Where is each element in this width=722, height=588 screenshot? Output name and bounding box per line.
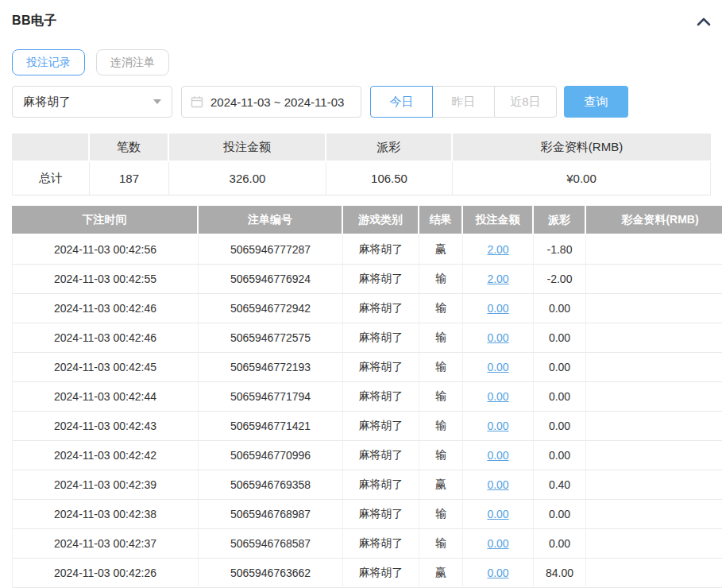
bet-id-cell: 5065946772942	[199, 294, 343, 323]
bet-amount-link[interactable]: 2.00	[487, 273, 508, 285]
jackpot-cell	[586, 412, 722, 441]
game-type-cell: 麻将胡了	[343, 412, 419, 441]
result-cell: 赢	[419, 470, 463, 500]
game-type-cell: 麻将胡了	[343, 500, 419, 529]
date-range-value: 2024-11-03 ~ 2024-11-03	[210, 95, 344, 109]
game-type-cell: 麻将胡了	[343, 441, 419, 470]
payout-cell: 84.00	[534, 559, 586, 588]
bet-amount-link[interactable]: 0.00	[487, 420, 508, 432]
payout-cell: -2.00	[534, 265, 586, 294]
game-type-cell: 麻将胡了	[343, 529, 419, 559]
game-type-cell: 麻将胡了	[343, 353, 419, 382]
bet-amount-link[interactable]: 0.00	[487, 361, 508, 373]
quick-button-last8days[interactable]: 近8日	[494, 86, 557, 118]
table-row: 2024-11-03 00:42:42 5065946770996 麻将胡了 输…	[12, 441, 722, 470]
bet-time-cell: 2024-11-03 00:42:46	[12, 294, 199, 323]
bet-amount-link[interactable]: 0.00	[487, 537, 508, 550]
bet-amount-link[interactable]: 0.00	[487, 331, 508, 344]
result-cell: 输	[419, 323, 463, 353]
game-type-cell: 麻将胡了	[343, 382, 419, 412]
bet-amount-link[interactable]: 0.00	[487, 567, 508, 579]
bet-amount-link[interactable]: 0.00	[487, 478, 508, 491]
bet-amount-cell: 0.00	[463, 382, 534, 412]
quick-button-yesterday[interactable]: 昨日	[432, 86, 495, 118]
records-col-payout: 派彩	[534, 206, 586, 235]
bet-id-cell: 5065946763662	[199, 559, 343, 588]
table-row: 2024-11-03 00:42:38 5065946768987 麻将胡了 输…	[12, 500, 722, 529]
summary-total-count: 187	[90, 162, 169, 195]
records-col-bet-amount: 投注金额	[463, 206, 534, 235]
table-row: 2024-11-03 00:42:26 5065946763662 麻将胡了 赢…	[12, 559, 722, 588]
jackpot-cell	[586, 353, 722, 382]
jackpot-cell	[586, 265, 722, 294]
chevron-up-icon	[697, 16, 711, 27]
bet-time-cell: 2024-11-03 00:42:44	[12, 382, 199, 412]
bet-id-cell: 5065946772575	[199, 323, 343, 353]
result-cell: 输	[419, 441, 463, 470]
game-type-cell: 麻将胡了	[343, 559, 419, 588]
summary-total-row: 总计 187 326.00 106.50 ¥0.00	[12, 162, 711, 195]
tab-cancelled-orders[interactable]: 连消注单	[96, 49, 169, 75]
payout-cell: 0.00	[534, 500, 586, 529]
table-row: 2024-11-03 00:42:39 5065946769358 麻将胡了 赢…	[12, 470, 722, 500]
table-row: 2024-11-03 00:42:55 5065946776924 麻将胡了 输…	[12, 265, 722, 294]
records-table: 下注时间 注单编号 游戏类别 结果 投注金额 派彩 彩金资料(RMB) 2024…	[12, 206, 722, 588]
date-range-picker[interactable]: 2024-11-03 ~ 2024-11-03	[181, 86, 361, 118]
bet-time-cell: 2024-11-03 00:42:26	[12, 559, 199, 588]
bet-amount-link[interactable]: 0.00	[487, 449, 508, 462]
tab-bet-records[interactable]: 投注记录	[12, 49, 85, 75]
bet-amount-cell: 0.00	[463, 500, 534, 529]
jackpot-cell	[586, 235, 722, 265]
collapse-button[interactable]	[695, 14, 712, 29]
summary-col-jackpot: 彩金资料(RMB)	[453, 133, 711, 162]
calendar-icon	[191, 95, 203, 108]
bet-amount-cell: 0.00	[463, 470, 534, 500]
page: BB电子 投注记录 连消注单 麻将胡了 2024-11-03 ~ 20	[0, 0, 722, 588]
table-row: 2024-11-03 00:42:45 5065946772193 麻将胡了 输…	[12, 353, 722, 382]
bet-amount-link[interactable]: 0.00	[487, 390, 508, 403]
payout-cell: 0.00	[534, 323, 586, 353]
jackpot-cell	[586, 470, 722, 500]
result-cell: 赢	[419, 235, 463, 265]
summary-col-payout: 派彩	[326, 133, 453, 162]
summary-col-count: 笔数	[90, 133, 169, 162]
result-cell: 输	[419, 294, 463, 323]
records-col-bet-time: 下注时间	[12, 206, 199, 235]
bet-amount-cell: 0.00	[463, 412, 534, 441]
payout-cell: 0.00	[534, 529, 586, 559]
bet-time-cell: 2024-11-03 00:42:55	[12, 265, 199, 294]
quick-button-today[interactable]: 今日	[370, 86, 433, 118]
bet-time-cell: 2024-11-03 00:42:42	[12, 441, 199, 470]
filter-bar: 麻将胡了 2024-11-03 ~ 2024-11-03 今日 昨日 近8日 查…	[12, 86, 722, 118]
bet-time-cell: 2024-11-03 00:42:46	[12, 323, 199, 353]
records-col-jackpot: 彩金资料(RMB)	[586, 206, 722, 235]
summary-header-row: 笔数 投注金额 派彩 彩金资料(RMB)	[12, 133, 711, 162]
bet-id-cell: 5065946771421	[199, 412, 343, 441]
bet-amount-link[interactable]: 0.00	[487, 508, 508, 520]
game-select[interactable]: 麻将胡了	[12, 86, 172, 118]
table-row: 2024-11-03 00:42:56 5065946777287 麻将胡了 赢…	[12, 235, 722, 265]
query-button[interactable]: 查询	[564, 86, 628, 118]
bet-amount-cell: 0.00	[463, 559, 534, 588]
payout-cell: 0.00	[534, 294, 586, 323]
summary-total-label: 总计	[12, 162, 90, 195]
result-cell: 输	[419, 500, 463, 529]
bet-amount-link[interactable]: 0.00	[487, 302, 508, 315]
summary-total-payout: 106.50	[326, 162, 453, 195]
bet-time-cell: 2024-11-03 00:42:37	[12, 529, 199, 559]
jackpot-cell	[586, 382, 722, 412]
jackpot-cell	[586, 529, 722, 559]
payout-cell: 0.00	[534, 412, 586, 441]
bet-time-cell: 2024-11-03 00:42:43	[12, 412, 199, 441]
bet-amount-cell: 0.00	[463, 294, 534, 323]
jackpot-cell	[586, 500, 722, 529]
bet-id-cell: 5065946770996	[199, 441, 343, 470]
summary-total-bet-amount: 326.00	[169, 162, 326, 195]
game-type-cell: 麻将胡了	[343, 323, 419, 353]
table-row: 2024-11-03 00:42:44 5065946771794 麻将胡了 输…	[12, 382, 722, 412]
bet-amount-cell: 0.00	[463, 323, 534, 353]
bet-time-cell: 2024-11-03 00:42:39	[12, 470, 199, 500]
payout-cell: 0.40	[534, 470, 586, 500]
bet-amount-link[interactable]: 2.00	[487, 243, 508, 256]
payout-cell: 0.00	[534, 441, 586, 470]
